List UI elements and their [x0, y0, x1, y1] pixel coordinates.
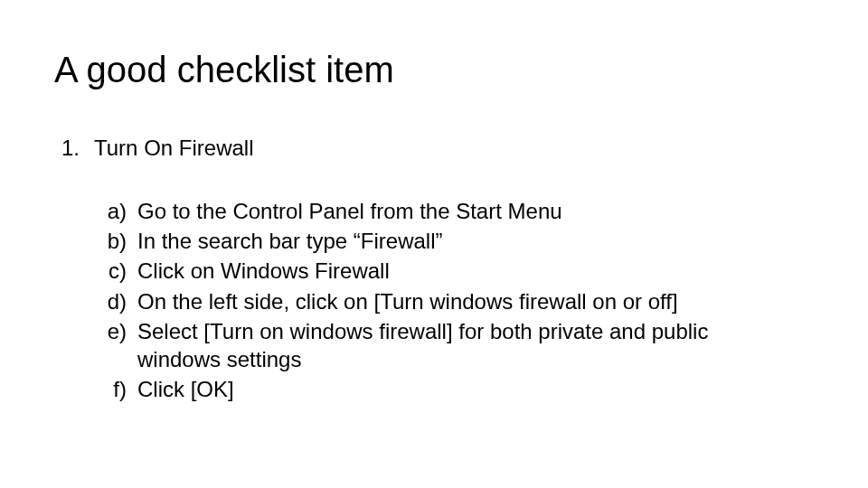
step-text: In the search bar type “Firewall” — [137, 227, 788, 255]
step-text: Click on Windows Firewall — [137, 257, 788, 285]
list-item: b) In the search bar type “Firewall” — [99, 227, 814, 255]
list-item: f) Click [OK] — [99, 375, 814, 403]
step-marker: c) — [99, 257, 137, 285]
list-item: d) On the left side, click on [Turn wind… — [99, 287, 814, 315]
step-marker: e) — [99, 317, 137, 373]
list-item: c) Click on Windows Firewall — [99, 257, 814, 285]
step-text: Select [Turn on windows firewall] for bo… — [137, 317, 788, 373]
step-text: Click [OK] — [137, 375, 788, 403]
step-marker: b) — [99, 227, 137, 255]
page-title: A good checklist item — [54, 50, 814, 90]
list-item: e) Select [Turn on windows firewall] for… — [99, 317, 814, 373]
step-marker: a) — [99, 197, 137, 225]
step-marker: f) — [99, 375, 137, 403]
step-text: Go to the Control Panel from the Start M… — [137, 197, 788, 225]
step-list: a) Go to the Control Panel from the Star… — [54, 197, 814, 403]
list-item: a) Go to the Control Panel from the Star… — [99, 197, 814, 225]
list-number-marker: 1. — [61, 136, 94, 161]
step-marker: d) — [99, 287, 137, 315]
checklist-item-heading: Turn On Firewall — [94, 136, 253, 161]
checklist-item: 1. Turn On Firewall — [54, 136, 814, 161]
step-text: On the left side, click on [Turn windows… — [137, 287, 788, 315]
